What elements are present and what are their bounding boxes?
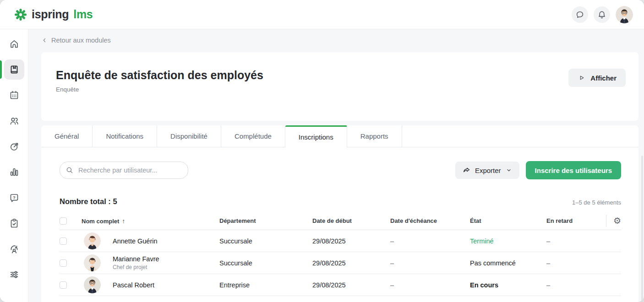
tab-availability[interactable]: Disponibilité <box>157 125 221 147</box>
main-area: Retour aux modules Enquête de satisfacti… <box>28 29 644 302</box>
view-button[interactable]: Afficher <box>568 69 626 87</box>
sidebar-item-reports[interactable] <box>4 162 24 182</box>
help-bubble-icon: ? <box>9 192 20 203</box>
target-arrow-icon <box>9 141 20 152</box>
cell-department: Entreprise <box>219 281 312 289</box>
search-icon <box>65 166 74 174</box>
tab-bar: Général Notifications Disponibilité Comp… <box>41 125 639 147</box>
user-name[interactable]: Annette Guérin <box>113 237 158 245</box>
column-header-start-date[interactable]: Date de début <box>312 217 390 224</box>
bar-chart-icon <box>9 167 20 178</box>
column-header-name[interactable]: Nom complet↑ <box>82 217 219 225</box>
cell-department: Succursale <box>219 259 312 267</box>
notifications-button[interactable] <box>594 6 610 23</box>
sidebar-item-calendar[interactable] <box>4 85 24 105</box>
top-header: ispringlms <box>0 0 644 29</box>
search-field <box>60 162 188 179</box>
summary-row: Nombre total : 5 1–5 de 5 éléments <box>60 197 621 206</box>
tab-enrollments[interactable]: Inscriptions <box>285 125 347 147</box>
tab-general[interactable]: Général <box>41 125 93 147</box>
column-header-due-date[interactable]: Date d'échéance <box>390 217 470 224</box>
sidebar-item-help[interactable]: ? <box>4 188 24 208</box>
row-checkbox[interactable] <box>60 281 67 289</box>
cell-start-date: 29/08/2025 <box>312 281 390 289</box>
breadcrumb-label: Retour aux modules <box>51 37 111 44</box>
tab-reports[interactable]: Rapports <box>347 125 402 147</box>
ispring-logo[interactable]: ispringlms <box>14 8 93 22</box>
cell-due-date: – <box>390 259 470 267</box>
sidebar-item-tasks[interactable] <box>4 213 24 233</box>
sliders-icon <box>9 269 20 280</box>
man-suit-glasses-avatar <box>84 276 101 293</box>
user-name[interactable]: Marianne Favre <box>113 255 159 263</box>
active-indicator <box>0 60 2 79</box>
row-checkbox[interactable] <box>60 237 67 245</box>
app-window: ispringlms <box>0 0 644 302</box>
man-suit-glasses-avatar <box>616 6 633 23</box>
home-icon <box>9 38 20 49</box>
sidebar-item-supervision[interactable] <box>4 239 24 259</box>
users-icon <box>9 115 20 126</box>
pagination-range: 1–5 de 5 éléments <box>572 199 621 206</box>
tab-notifications[interactable]: Notifications <box>93 125 157 147</box>
play-icon <box>578 74 586 82</box>
avatar <box>84 276 101 293</box>
calendar-icon <box>9 90 20 101</box>
export-arrow-icon <box>462 166 471 175</box>
tab-completion[interactable]: Complétude <box>221 125 285 147</box>
view-button-label: Afficher <box>590 74 617 82</box>
sort-ascending-icon[interactable]: ↑ <box>122 217 125 225</box>
user-avatar[interactable] <box>616 6 633 23</box>
sidebar-item-courses[interactable] <box>4 59 24 80</box>
column-header-department[interactable]: Département <box>219 217 312 224</box>
toolbar: Exporter Inscrire des utilisateurs <box>60 161 621 179</box>
column-header-status[interactable]: État <box>470 217 546 224</box>
sidebar-item-settings[interactable] <box>4 264 24 285</box>
status-badge: Terminé <box>470 237 546 245</box>
column-divider <box>606 215 606 227</box>
ispring-asterisk-icon <box>14 8 27 22</box>
cell-department: Succursale <box>219 237 312 245</box>
clipboard-check-icon <box>9 218 20 229</box>
table-row[interactable]: Annette Guérin Succursale 29/08/2025 – T… <box>60 230 621 252</box>
user-role: Chef de projet <box>113 264 159 270</box>
cell-late: – <box>546 237 593 245</box>
table-row[interactable]: Pascal Robert Entreprise 29/08/2025 – En… <box>60 274 621 296</box>
user-name[interactable]: Pascal Robert <box>113 281 154 289</box>
person-gauge-icon <box>9 243 20 254</box>
enrollments-panel: Exporter Inscrire des utilisateurs Nombr… <box>41 147 639 302</box>
column-header-late[interactable]: En retard <box>546 217 593 224</box>
sidebar-item-home[interactable] <box>4 34 24 54</box>
sidebar-item-goals[interactable] <box>4 136 24 156</box>
select-all-checkbox[interactable] <box>60 217 67 225</box>
export-button-label: Exporter <box>475 167 501 174</box>
table-header-row: Nom complet↑ Département Date de début D… <box>60 212 621 230</box>
cell-late: – <box>546 259 593 267</box>
enroll-users-button[interactable]: Inscrire des utilisateurs <box>526 161 621 179</box>
svg-text:?: ? <box>13 195 16 200</box>
row-checkbox[interactable] <box>60 259 67 267</box>
page-title: Enquête de satisfaction des employés <box>56 69 263 82</box>
chat-bubble-icon <box>575 10 585 20</box>
total-count-label: Nombre total : 5 <box>60 197 117 206</box>
export-button[interactable]: Exporter <box>455 162 519 179</box>
tab-bar-filler <box>402 125 639 147</box>
breadcrumb-back[interactable]: Retour aux modules <box>41 37 111 44</box>
table-settings-gear-icon[interactable]: ⚙ <box>613 216 621 225</box>
cell-late: – <box>546 281 593 289</box>
table-row[interactable]: Marianne Favre Chef de projet Succursale… <box>60 252 621 274</box>
brand-suffix: lms <box>73 8 93 21</box>
woman-dark-hair-avatar <box>84 232 101 249</box>
enrollments-table: Nom complet↑ Département Date de début D… <box>60 212 621 296</box>
avatar <box>84 232 101 249</box>
cell-due-date: – <box>390 237 470 245</box>
vertical-scrollbar[interactable] <box>641 156 643 302</box>
page-subtitle: Enquête <box>56 86 263 93</box>
bell-icon <box>597 10 607 20</box>
search-input[interactable] <box>60 162 188 179</box>
sidebar-item-users[interactable] <box>4 111 24 131</box>
cell-start-date: 29/08/2025 <box>312 237 390 245</box>
messages-button[interactable] <box>572 6 588 23</box>
woman-light-jacket-avatar <box>84 254 101 271</box>
avatar <box>84 254 101 271</box>
